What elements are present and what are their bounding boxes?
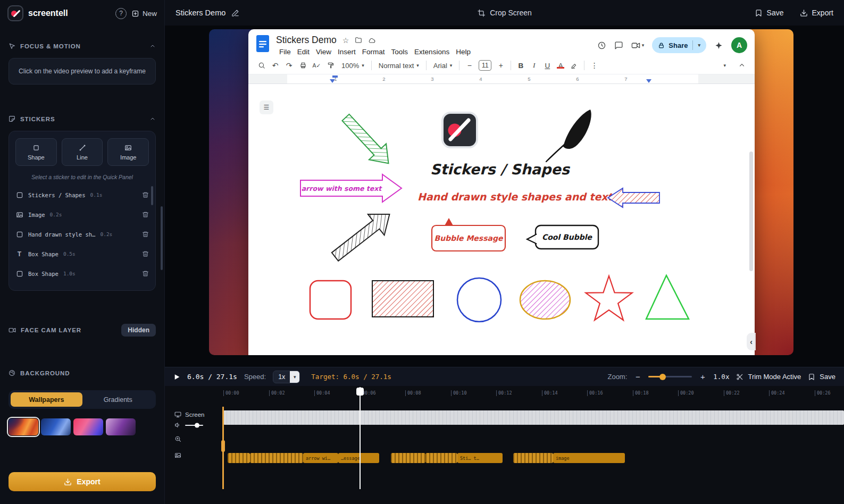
volume-slider[interactable]: [185, 425, 203, 426]
delete-sticker-button[interactable]: [142, 270, 149, 277]
delete-sticker-button[interactable]: [142, 231, 149, 238]
zoom-select[interactable]: 100%▾: [338, 59, 368, 72]
doc-outline-button[interactable]: ☰: [260, 100, 273, 114]
play-button[interactable]: [173, 373, 180, 381]
zoom-slider[interactable]: [648, 376, 692, 377]
menu-format[interactable]: Format: [359, 47, 388, 56]
chevron-up-icon[interactable]: [149, 43, 156, 49]
collapse-toolbar-button[interactable]: [735, 59, 748, 72]
preview-wallpaper[interactable]: Stickers Demo ☆ File Edit View Insert Fo: [209, 29, 793, 355]
menu-file[interactable]: File: [276, 47, 294, 56]
timeline-segment[interactable]: image: [553, 453, 625, 463]
zoom-track-label[interactable]: [174, 435, 181, 442]
menu-edit[interactable]: Edit: [294, 47, 313, 56]
timeline-canvas[interactable]: 00:00 00:02 00:04 00:06 00:08 00:10 00:1…: [223, 386, 844, 504]
more-options-button[interactable]: ⋮: [588, 59, 601, 72]
chevron-up-icon[interactable]: [149, 116, 156, 122]
subheading-text[interactable]: Hand drawn style shapes and text: [417, 191, 614, 203]
star-icon[interactable]: ☆: [342, 37, 349, 44]
first-line-indent-marker[interactable]: [332, 75, 338, 78]
doc-scrollbar[interactable]: [749, 152, 753, 271]
timeline-segment[interactable]: [250, 453, 303, 463]
gemini-sparkle-icon[interactable]: [714, 41, 723, 50]
meet-camera-button[interactable]: ▾: [631, 41, 645, 50]
export-top-button[interactable]: Export: [800, 9, 833, 17]
doc-title[interactable]: Stickers Demo: [276, 35, 337, 46]
green-arrow-sticker[interactable]: [337, 110, 397, 171]
sticker-track-label[interactable]: [174, 452, 181, 459]
timeline-save-button[interactable]: Save: [808, 373, 835, 381]
edit-title-icon[interactable]: [231, 9, 239, 17]
section-background[interactable]: BACKGROUND: [9, 369, 156, 376]
menu-extensions[interactable]: Extensions: [411, 47, 453, 56]
search-menus-button[interactable]: [255, 59, 268, 72]
trim-mode-button[interactable]: Trim Mode Active: [736, 373, 801, 381]
section-focus-motion[interactable]: FOCUS & MOTION: [9, 43, 156, 49]
cool-bubble-sticker[interactable]: Cool Bubble: [527, 225, 598, 249]
timeline-segment[interactable]: [391, 453, 425, 463]
sticker-list-item[interactable]: Box Shape 1.0s: [15, 264, 149, 283]
menu-insert[interactable]: Insert: [335, 47, 359, 56]
timeline-segment[interactable]: Sti… t…: [457, 453, 503, 463]
timeline-segment[interactable]: [228, 453, 250, 463]
redo-button[interactable]: ↷: [282, 59, 296, 72]
undo-button[interactable]: ↶: [269, 59, 282, 72]
menu-help[interactable]: Help: [453, 47, 474, 56]
menu-tools[interactable]: Tools: [388, 47, 412, 56]
zoom-in-button[interactable]: +: [699, 372, 706, 381]
volume-control[interactable]: [174, 422, 203, 429]
hatched-ellipse-shape[interactable]: [520, 281, 570, 319]
save-button[interactable]: Save: [755, 9, 784, 17]
timeline-segment[interactable]: [425, 453, 457, 463]
section-facecam[interactable]: FACE CAM LAYER Hidden: [9, 324, 156, 337]
left-indent-marker[interactable]: [330, 79, 335, 83]
account-avatar[interactable]: A: [731, 37, 747, 53]
font-size-input[interactable]: 11: [479, 60, 491, 71]
timeline-segment[interactable]: arrow wi…: [303, 453, 338, 463]
menu-view[interactable]: View: [313, 47, 335, 56]
video-preview[interactable]: Stickers Demo ☆ File Edit View Insert Fo: [165, 26, 844, 367]
delete-sticker-button[interactable]: [142, 211, 149, 218]
red-rounded-square-shape[interactable]: [310, 281, 351, 319]
share-button[interactable]: Share ▾: [652, 37, 706, 53]
version-history-icon[interactable]: [597, 41, 606, 50]
timeline-segment[interactable]: …essage: [338, 453, 379, 463]
decrease-font-button[interactable]: −: [463, 59, 476, 72]
wallpaper-thumb-4[interactable]: [106, 418, 136, 435]
add-line-button[interactable]: Line: [62, 138, 103, 166]
facecam-status-badge[interactable]: Hidden: [121, 324, 156, 337]
trim-start-handle[interactable]: [221, 440, 225, 452]
export-button[interactable]: Export: [9, 472, 156, 491]
wallpaper-thumb-1[interactable]: [9, 418, 38, 435]
sidebar-scrollbar[interactable]: [161, 206, 163, 270]
text-color-button[interactable]: A: [554, 62, 567, 70]
sticker-list-item[interactable]: T Box Shape 0.5s: [15, 244, 149, 264]
section-stickers[interactable]: STICKERS: [9, 115, 156, 122]
print-button[interactable]: [296, 59, 310, 72]
spellcheck-button[interactable]: A✓: [310, 59, 323, 72]
increase-font-button[interactable]: +: [494, 59, 507, 72]
blue-circle-shape[interactable]: [457, 278, 501, 322]
screentell-logo-sticker[interactable]: [442, 113, 477, 147]
new-project-button[interactable]: New: [131, 10, 157, 18]
hatched-rectangle-shape[interactable]: [372, 281, 433, 317]
collapse-panel-button[interactable]: ‹: [747, 333, 756, 350]
zoom-out-button[interactable]: −: [634, 372, 641, 381]
underline-button[interactable]: U: [541, 62, 554, 70]
list-scrollbar[interactable]: [151, 186, 153, 205]
crop-screen-button[interactable]: Crop Screen: [477, 9, 532, 17]
highlight-button[interactable]: [567, 59, 581, 72]
screen-video-track[interactable]: [223, 410, 844, 425]
timeline[interactable]: Screen 00:00 00:02 00:04 00:06 00:08: [165, 386, 844, 504]
comment-icon[interactable]: [614, 41, 623, 50]
black-arrow-sticker[interactable]: [327, 204, 398, 267]
tab-gradients[interactable]: Gradients: [82, 392, 154, 407]
editing-mode-select[interactable]: ▾: [717, 59, 730, 72]
right-indent-marker[interactable]: [646, 79, 651, 83]
add-shape-button[interactable]: Shape: [15, 138, 57, 166]
speed-select[interactable]: 1x ▾: [273, 371, 300, 383]
sticker-list-item[interactable]: Hand drawn style sh… 0.2s: [15, 224, 149, 244]
delete-sticker-button[interactable]: [142, 250, 149, 257]
feather-sticker[interactable]: [546, 110, 591, 162]
green-triangle-shape[interactable]: [646, 275, 689, 319]
